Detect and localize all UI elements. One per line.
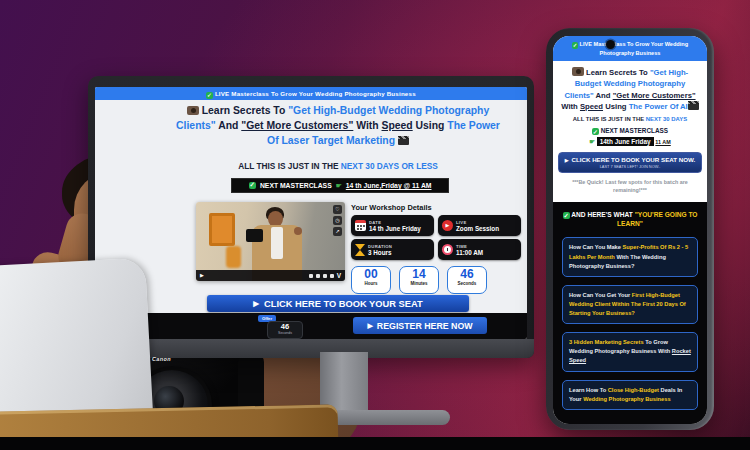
headline-underline: "Get More Customers" — [241, 120, 353, 131]
video-player[interactable]: ♡ ◷ ↗ ▶ V — [196, 202, 345, 281]
arrow-icon: ▶ — [565, 157, 569, 163]
learn-card: How Can You Get Your First High-Budget W… — [562, 285, 698, 324]
settings-button[interactable] — [316, 274, 320, 278]
phone-camera-punchhole — [606, 40, 615, 49]
announcement-text: LIVE Masterclass To Grow Your Wedding Ph… — [215, 90, 416, 97]
footer-timer-unit: Seconds — [268, 331, 302, 335]
urgency-highlight: NEXT 30 DAYS OR LESS — [341, 161, 438, 171]
watch-later-button[interactable]: ◷ — [333, 216, 342, 225]
card-text: Learn How To — [569, 387, 608, 393]
page-title: Learn Secrets To "Get High-Budget Weddin… — [173, 104, 503, 148]
countdown-value: 46 — [448, 267, 486, 281]
countdown-unit: Hours — [352, 281, 390, 286]
headline-part: And — [216, 120, 242, 131]
card-highlight: Wedding Photography Business — [583, 396, 670, 402]
masterclass-label: NEXT MASTERCLASS — [260, 182, 332, 189]
vimeo-logo[interactable]: V — [337, 272, 341, 279]
phone-masterclass-line: ✓ NEXT MASTERCLASS — [553, 127, 707, 135]
hourglass-icon — [355, 244, 365, 256]
next-masterclass-bar: ✓ NEXT MASTERCLASS ☛ 14 th June,Friday @… — [231, 178, 449, 193]
detail-value: Zoom Session — [456, 225, 499, 232]
play-button[interactable]: ▶ — [200, 270, 204, 281]
countdown-value: 14 — [400, 267, 438, 281]
detail-duration: DURATION 3 Hours — [351, 239, 434, 260]
urgency-highlight: NEXT 30 DAYS — [646, 116, 687, 122]
headline-highlight: The Power Of AI — [629, 102, 688, 111]
learn-section: ✓ AND HERE'S WHAT "YOU'RE GOING TO LEARN… — [553, 202, 707, 424]
card-text: How Can You Get Your — [569, 292, 632, 298]
detail-value: 11:00 AM — [456, 249, 483, 256]
phone-date-line: ☛ 14th June Friday 11 AM — [553, 138, 707, 146]
phone-cta-button[interactable]: ▶ CLICK HERE TO BOOK YOUR SEAT NOW. LAST… — [558, 152, 702, 173]
detail-value: 14 th June Friday — [369, 225, 421, 232]
phone-page-title: Learn Secrets To "Get High-Budget Weddin… — [553, 61, 707, 112]
phone-urgency-line: ALL THIS IS JUST IN THE NEXT 30 DAYS — [553, 116, 707, 122]
volume-button[interactable] — [309, 274, 313, 278]
urgency-prefix: ALL THIS IS JUST IN THE — [573, 116, 646, 122]
like-button[interactable]: ♡ — [333, 205, 342, 214]
card-text: How Can You Make — [569, 244, 623, 250]
clapper-emoji-icon — [398, 136, 409, 145]
urgency-prefix: ALL THIS IS JUST IN THE — [238, 161, 341, 171]
headline-underline: Speed — [580, 102, 603, 111]
countdown-value: 00 — [352, 267, 390, 281]
masterclass-date: 14 th June,Friday @ 11 AM — [346, 182, 432, 189]
date-highlight: 14th June Friday — [597, 137, 654, 146]
headline-underline: "Get More Customers" — [613, 91, 696, 100]
headline-part: And — [594, 91, 613, 100]
announcement-bar: ✓ LIVE Masterclass To Grow Your Wedding … — [95, 87, 527, 100]
detail-time: TIME 11:00 AM — [438, 239, 521, 260]
fullscreen-button[interactable] — [330, 274, 334, 278]
urgency-line: ALL THIS IS JUST IN THE NEXT 30 DAYS OR … — [173, 161, 503, 171]
check-icon: ✓ — [563, 212, 570, 219]
phone-announcement-text: LIVE Masterclass To Grow Your Wedding Ph… — [579, 41, 688, 56]
check-icon: ✓ — [592, 128, 599, 135]
countdown-seconds: 46 Seconds — [447, 266, 487, 294]
countdown: 00 Hours 14 Minutes 46 Seconds — [351, 266, 523, 294]
register-label: REGISTER HERE NOW — [377, 321, 473, 331]
masterclass-label: NEXT MASTERCLASS — [601, 127, 668, 134]
check-icon: ✓ — [249, 182, 256, 189]
headline-underline: Speed — [382, 120, 413, 131]
countdown-unit: Minutes — [400, 281, 438, 286]
headline-part: With — [353, 120, 381, 131]
video-controls: ▶ V — [196, 270, 345, 281]
card-highlight: Close High-Budget — [608, 387, 659, 393]
pip-button[interactable] — [323, 274, 327, 278]
share-button[interactable]: ↗ — [333, 227, 342, 236]
countdown-hours: 00 Hours — [351, 266, 391, 294]
video-side-buttons: ♡ ◷ ↗ — [333, 205, 342, 236]
learn-card: 3 Hidden Marketing Secrets To Grow Weddi… — [562, 332, 698, 371]
book-seat-label: CLICK HERE TO BOOK YOUR SEAT — [264, 299, 423, 309]
presenter-camera — [246, 229, 263, 242]
phone-screen: ✓ LIVE Masterclass To Grow Your Wedding … — [553, 36, 707, 424]
headline-part: Learn Secrets To — [202, 105, 288, 116]
camera-emoji-icon — [572, 67, 584, 76]
countdown-minutes: 14 Minutes — [399, 266, 439, 294]
workshop-grid: DATE 14 th June Friday ▶ LIVE Zoom Sessi… — [351, 215, 523, 260]
arrow-icon: ▶ — [253, 299, 259, 308]
learn-header: ✓ AND HERE'S WHAT "YOU'RE GOING TO LEARN… — [560, 210, 700, 230]
presenter-hand — [294, 227, 302, 235]
detail-date: DATE 14 th June Friday — [351, 215, 434, 236]
date-time: 11 AM — [655, 139, 670, 145]
footer-timer: 46 Seconds — [267, 321, 303, 339]
alarm-clock-icon — [442, 244, 453, 255]
phone-announcement-bar: ✓ LIVE Masterclass To Grow Your Wedding … — [553, 36, 707, 61]
headline-part: Using — [413, 120, 448, 131]
book-seat-button[interactable]: ▶ CLICK HERE TO BOOK YOUR SEAT — [207, 295, 469, 312]
cta-label: CLICK HERE TO BOOK YOUR SEAT NOW. — [572, 156, 696, 163]
bottom-black-strip — [0, 437, 750, 450]
countdown-unit: Seconds — [448, 281, 486, 286]
pointer-icon: ☛ — [336, 182, 342, 190]
register-button[interactable]: ▶ REGISTER HERE NOW — [353, 317, 487, 334]
sticky-footer-bar: Offer 46 Seconds ▶ REGISTER HERE NOW — [95, 313, 527, 339]
clapper-emoji-icon — [688, 101, 699, 110]
check-icon: ✓ — [206, 92, 213, 99]
cta-sublabel: LAST 7 SEATS LEFT! JOIN NOW.. — [561, 164, 699, 169]
pointer-icon: ☛ — [589, 138, 595, 145]
scarcity-note: ***Be Quick! Last few spots for this bat… — [553, 178, 707, 194]
learn-header-white: AND HERE'S WHAT — [571, 211, 634, 218]
detail-value: 3 Hours — [368, 249, 392, 256]
card-highlight: 3 Hidden Marketing Secrets — [569, 339, 644, 345]
